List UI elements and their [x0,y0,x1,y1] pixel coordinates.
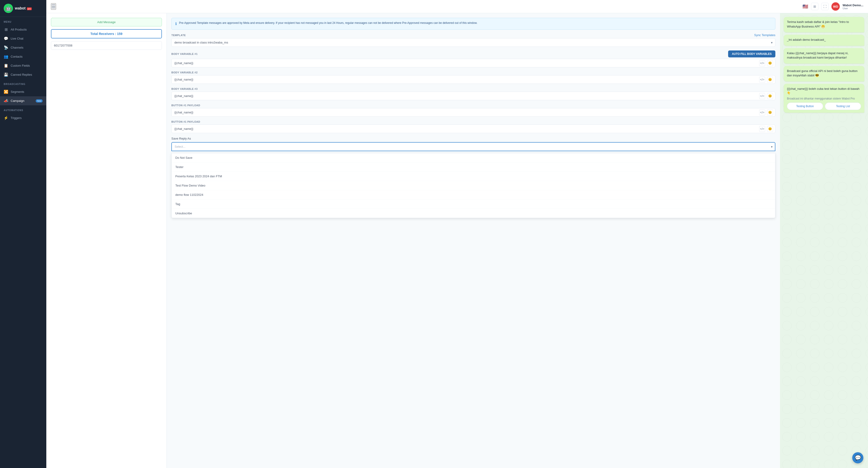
sidebar-item-label: Channels [11,46,23,49]
hamburger-button[interactable]: ☰ [51,3,56,10]
body-variable-3-input[interactable] [172,92,775,100]
template-select[interactable]: demo broadcast in class intro2waba_ms [172,38,775,47]
sidebar-item-label: Triggers [11,116,22,120]
body-variable-1-input[interactable] [172,59,775,67]
total-receivers-button[interactable]: Total Receivers : 159 [51,29,162,38]
dropdown-item-unsubscribe[interactable]: Unsubscribe [172,209,775,218]
flag-icon[interactable]: 🇺🇸 [802,4,808,9]
dropdown-item-tester[interactable]: Tester [172,163,775,172]
info-banner: ℹ Pre-Approved Template messages are app… [172,18,775,30]
code-icon-4[interactable]: </> [759,109,765,115]
variable-3-icons: </> 😊 [759,93,773,99]
code-icon-1[interactable]: </> [759,60,765,66]
button-2-payload-row: BUTTON #1 PAYLOAD </> 😊 [172,120,775,133]
left-panel: Add Message Total Receivers : 159 [46,13,167,468]
save-reply-label: Save Reply As [172,137,775,140]
sidebar-item-label: Canned Replies [11,73,32,76]
sidebar-item-segments[interactable]: 🔀 Segments [0,87,46,96]
sidebar-item-label: Segments [11,90,24,94]
user-role: User [842,7,863,10]
button-1-payload-label: BUTTON #1 PAYLOAD [172,104,775,107]
body-variable-2-label: BODY VARIABLE #2 [172,71,775,74]
logo-icon: 🤖 [4,4,13,13]
chat-bubble-2: _Ini adalah demo broadcast_ [784,35,864,46]
logo-text: wabot [15,6,26,10]
sidebar-item-triggers[interactable]: ⚡ Triggers [0,113,46,123]
emoji-icon-3[interactable]: 😊 [767,93,773,99]
user-info: Wabot Demo... User [842,3,863,10]
sidebar-item-contacts[interactable]: 👥 Contacts [0,52,46,61]
button-2-payload-input-wrapper: </> 😊 [172,125,775,133]
button-2-payload-label: BUTTON #1 PAYLOAD [172,120,775,123]
code-icon-5[interactable]: </> [759,126,765,132]
broadcasting-label: BROADCASTING [0,79,46,87]
save-reply-section: Save Reply As Select... ▾ Do Not Save Te… [172,137,775,218]
button-1-icons: </> 😊 [759,109,773,115]
avatar[interactable]: WD [831,2,840,11]
sidebar-item-canned-replies[interactable]: 💾 Canned Replies [0,70,46,79]
header-actions: 🇺🇸 ⊞ ⛶ WD Wabot Demo... User [802,2,863,11]
body-variable-2-row: BODY VARIABLE #2 </> 😊 [172,71,775,84]
template-label: Template [172,34,186,37]
menu-label: MENU [0,17,46,25]
body-variable-1-input-wrapper: </> 😊 [172,59,775,67]
grid-view-button[interactable]: ⊞ [811,3,818,10]
sidebar-item-label: Custom Fields [11,64,30,67]
main-content: ☰ 🇺🇸 ⊞ ⛶ WD Wabot Demo... User Add Messa… [46,0,868,468]
dropdown-item-test-flow[interactable]: Test Flow Demo Video [172,181,775,190]
logo: 🤖 wabot pro [0,0,46,17]
button-1-payload-input[interactable] [172,108,775,116]
sidebar-item-label: Contacts [11,55,23,58]
emoji-icon-2[interactable]: 😊 [767,77,773,82]
chat-message-3: Kalau {{{chat_name}}} berjaya dapat mese… [787,51,861,60]
chat-action-buttons: Testing Button Testing List [787,103,861,110]
dropdown-item-tag[interactable]: Tag [172,200,775,209]
body-variable-1-label: BODY VARIABLE #1 [172,53,197,55]
button-1-payload-row: BUTTON #1 PAYLOAD </> 😊 [172,104,775,116]
dropdown-item-do-not-save[interactable]: Do Not Save [172,153,775,163]
sidebar-item-all-products[interactable]: ⊞ All Products [0,25,46,34]
auto-fill-button[interactable]: AUTO FILL BODY VARIABLES [728,51,775,57]
body-variable-3-input-wrapper: </> 😊 [172,92,775,100]
emoji-icon-4[interactable]: 😊 [767,109,773,115]
button-2-payload-input[interactable] [172,125,775,133]
button-2-icons: </> 😊 [759,126,773,132]
testing-list-button[interactable]: Testing List [825,103,861,110]
chat-message-1: Terima kasih sebab daftar & join kelas "… [787,20,861,29]
emoji-icon-5[interactable]: 😊 [767,126,773,132]
chat-bubble-1: Terima kasih sebab daftar & join kelas "… [784,17,864,32]
page-body: Add Message Total Receivers : 159 ℹ Pre-… [46,13,868,468]
chat-bubble-5: {{{chat_name}}} boleh cuba test tekan bu… [784,84,864,113]
template-row: Template Sync Templates demo broadcast i… [172,33,775,47]
code-icon-2[interactable]: </> [759,77,765,82]
canned-replies-icon: 💾 [4,72,8,77]
body-variable-2-input-wrapper: </> 😊 [172,75,775,84]
contacts-icon: 👥 [4,55,8,59]
sidebar-item-channels[interactable]: 📡 Channels [0,43,46,52]
chat-message-6: Broadcast ini dihantar menggunakan siste… [787,97,861,101]
dropdown-item-peserta[interactable]: Peserta Kelas 2023 2024 dan FTM [172,172,775,181]
save-reply-select[interactable]: Select... [172,142,775,151]
variable-2-icons: </> 😊 [759,77,773,82]
triggers-icon: ⚡ [4,116,8,120]
body-variable-2-input[interactable] [172,75,775,84]
sidebar-item-live-chat[interactable]: 💬 Live Chat [0,34,46,43]
support-bubble[interactable]: 💬 [852,452,863,463]
add-message-button[interactable]: Add Message [51,18,162,26]
sidebar-item-custom-fields[interactable]: 📋 Custom Fields [0,61,46,70]
fullscreen-button[interactable]: ⛶ [821,3,829,10]
phone-input[interactable] [51,41,162,50]
emoji-icon-1[interactable]: 😊 [767,60,773,66]
sync-templates-link[interactable]: Sync Templates [754,33,775,37]
testing-button[interactable]: Testing Button [787,103,823,110]
custom-fields-icon: 📋 [4,63,8,68]
chat-bubble-3: Kalau {{{chat_name}}} berjaya dapat mese… [784,48,864,64]
chat-message-4: Broadcast guna official API ni best bole… [787,69,861,78]
automations-label: AUTOMATIONS [0,105,46,113]
sidebar-item-campaign[interactable]: 📣 Campaign New [0,96,46,105]
save-reply-select-wrapper: Select... ▾ [172,142,775,151]
right-panel: Terima kasih sebab daftar & join kelas "… [780,13,868,468]
dropdown-item-demo-flow[interactable]: demo flow 11022024 [172,190,775,200]
code-icon-3[interactable]: </> [759,93,765,99]
body-variable-1-row: BODY VARIABLE #1 AUTO FILL BODY VARIABLE… [172,51,775,67]
